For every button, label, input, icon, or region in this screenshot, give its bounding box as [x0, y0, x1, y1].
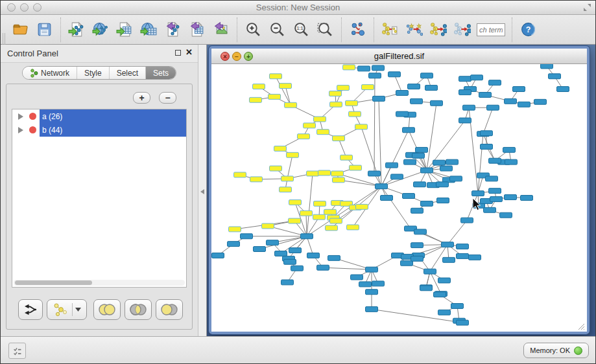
graph-node-blue[interactable] — [228, 242, 240, 247]
graph-node-blue[interactable] — [459, 118, 471, 123]
graph-node-blue[interactable] — [557, 87, 569, 92]
graph-node-yellow[interactable] — [289, 199, 302, 205]
graph-node-yellow[interactable] — [300, 210, 313, 216]
graph-node-blue[interactable] — [212, 253, 224, 258]
graph-node-yellow[interactable] — [270, 166, 282, 171]
zoom-out-button[interactable] — [265, 17, 289, 42]
graph-node-blue[interactable] — [403, 128, 415, 133]
expander-triangle-icon[interactable] — [18, 127, 23, 133]
graph-node-yellow[interactable] — [356, 204, 368, 209]
graph-node-blue[interactable] — [481, 131, 493, 136]
set-intersection-button[interactable] — [125, 299, 152, 320]
graph-node-yellow[interactable] — [333, 136, 345, 141]
frame-close-button[interactable]: × — [221, 52, 230, 61]
graph-node-blue[interactable] — [373, 96, 385, 101]
graph-node-blue[interactable] — [442, 242, 454, 247]
help-button[interactable]: ? — [516, 17, 540, 42]
graph-node-blue[interactable] — [414, 182, 426, 187]
frame-minimize-button[interactable]: − — [232, 52, 241, 61]
import-table-url-button[interactable] — [137, 17, 161, 42]
graph-node-blue[interactable] — [457, 320, 469, 325]
graph-node-blue[interactable] — [431, 100, 443, 106]
expander-triangle-icon[interactable] — [18, 113, 23, 120]
graph-node-blue[interactable] — [366, 267, 378, 272]
network-canvas[interactable] — [211, 64, 587, 332]
remove-set-button[interactable]: − — [159, 92, 176, 104]
graph-node-blue[interactable] — [487, 105, 499, 110]
graph-node-blue[interactable] — [391, 174, 403, 179]
graph-node-yellow[interactable] — [318, 170, 331, 176]
graph-node-blue[interactable] — [443, 257, 455, 262]
import-network-url-button[interactable] — [89, 17, 113, 42]
graph-node-yellow[interactable] — [253, 84, 265, 89]
graph-node-blue[interactable] — [411, 208, 423, 213]
graph-node-blue[interactable] — [472, 191, 484, 196]
graph-node-blue[interactable] — [500, 212, 512, 218]
graph-node-blue[interactable] — [433, 160, 446, 165]
graph-node-blue[interactable] — [446, 159, 459, 165]
graph-node-blue[interactable] — [388, 72, 401, 77]
graph-node-blue[interactable] — [241, 234, 253, 239]
graph-node-blue[interactable] — [505, 195, 517, 200]
graph-node-blue[interactable] — [489, 188, 501, 194]
graph-node-blue[interactable] — [420, 286, 433, 291]
graph-node-blue[interactable] — [486, 176, 498, 181]
split-set-button[interactable] — [18, 299, 43, 320]
graph-node-blue[interactable] — [437, 198, 449, 203]
graph-node-blue[interactable] — [366, 306, 378, 312]
graph-node-yellow[interactable] — [333, 177, 345, 183]
graph-node-yellow[interactable] — [229, 227, 241, 232]
graph-node-blue[interactable] — [403, 194, 415, 199]
graph-node-blue[interactable] — [461, 218, 473, 223]
graph-node-blue[interactable] — [534, 99, 547, 104]
horizontal-scrollbar[interactable] — [14, 280, 185, 286]
graph-node-blue[interactable] — [424, 269, 436, 274]
graph-node-blue[interactable] — [440, 166, 453, 171]
graph-node-blue[interactable] — [366, 290, 378, 295]
graph-node-yellow[interactable] — [250, 177, 263, 182]
graph-node-blue[interactable] — [481, 144, 493, 150]
graph-node-yellow[interactable] — [317, 130, 329, 135]
graph-node-blue[interactable] — [358, 66, 370, 71]
graph-node-blue[interactable] — [489, 158, 501, 163]
graph-node-blue[interactable] — [396, 91, 409, 96]
graph-node-blue[interactable] — [281, 280, 294, 285]
graph-node-blue[interactable] — [518, 102, 530, 107]
graph-node-blue[interactable] — [401, 260, 413, 266]
set-row[interactable]: b (44) — [12, 123, 186, 137]
zoom-button[interactable] — [33, 3, 42, 12]
graph-node-blue[interactable] — [513, 87, 525, 92]
graph-node-yellow[interactable] — [313, 214, 326, 220]
set-row-label[interactable]: a (26) — [40, 109, 186, 123]
graph-node-blue[interactable] — [450, 176, 462, 181]
tab-style[interactable]: Style — [77, 67, 110, 79]
set-union-button[interactable] — [93, 299, 121, 320]
graph-node-blue[interactable] — [351, 275, 363, 280]
graph-node-yellow[interactable] — [285, 102, 297, 108]
graph-node-yellow[interactable] — [355, 124, 368, 130]
graph-node-yellow[interactable] — [349, 111, 361, 117]
graph-node-blue[interactable] — [411, 243, 423, 248]
graph-node-blue[interactable] — [421, 168, 433, 173]
graph-node-yellow[interactable] — [268, 94, 281, 99]
graph-node-yellow[interactable] — [330, 102, 342, 107]
graph-node-blue[interactable] — [375, 184, 388, 189]
graph-node-yellow[interactable] — [337, 85, 350, 91]
graph-node-blue[interactable] — [381, 196, 393, 201]
graph-node-yellow[interactable] — [280, 84, 292, 89]
graph-node-blue[interactable] — [368, 171, 381, 176]
add-set-button[interactable]: + — [133, 92, 150, 104]
zoom-in-button[interactable] — [241, 17, 265, 42]
tab-select[interactable]: Select — [110, 67, 146, 79]
graph-node-blue[interactable] — [359, 282, 372, 287]
graph-node-blue[interactable] — [396, 111, 409, 117]
graph-node-blue[interactable] — [301, 234, 313, 239]
tab-sets[interactable]: Sets — [146, 67, 176, 79]
minimize-button[interactable] — [20, 3, 29, 12]
close-panel-icon[interactable]: ✕ — [185, 48, 193, 57]
graph-node-yellow[interactable] — [346, 100, 358, 106]
graph-node-blue[interactable] — [438, 278, 451, 283]
graph-node-blue[interactable] — [469, 255, 481, 260]
graph-node-blue[interactable] — [408, 84, 420, 89]
open-session-button[interactable] — [8, 17, 32, 42]
